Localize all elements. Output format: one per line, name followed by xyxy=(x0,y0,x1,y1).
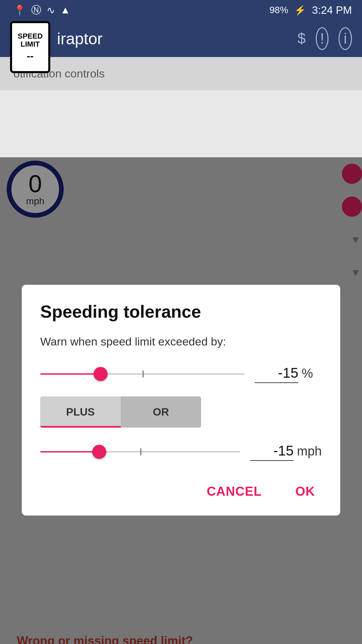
percent-slider-row: -15 % xyxy=(40,365,322,383)
dialog-subtitle: Warn when speed limit exceeded by: xyxy=(40,335,322,348)
status-time: 3:24 PM xyxy=(312,4,352,16)
slider-fill-1 xyxy=(40,373,98,375)
dollar-icon[interactable]: $ xyxy=(298,30,306,47)
status-bar: 📍 Ⓝ ∿ ▲ 98% ⚡ 3:24 PM xyxy=(0,0,362,20)
plus-toggle-button[interactable]: PLUS xyxy=(40,396,121,428)
slider-tick-1 xyxy=(142,371,144,377)
mph-slider-unit: mph xyxy=(297,444,322,459)
slider-tick-2 xyxy=(140,448,141,455)
app-title: iraptor xyxy=(57,30,291,48)
mph-slider-row: -15 mph xyxy=(40,443,322,461)
speed-limit-value: -- xyxy=(27,50,34,62)
signal-icon: ▲ xyxy=(60,4,70,16)
cancel-button[interactable]: CANCEL xyxy=(200,481,268,502)
location-icon: 📍 xyxy=(13,4,26,16)
slider-fill-2 xyxy=(40,451,96,452)
ok-button[interactable]: OK xyxy=(289,481,322,502)
nfc-icon: Ⓝ xyxy=(31,3,41,17)
sub-header: otification controls xyxy=(0,57,362,90)
dialog-title: Speeding tolerance xyxy=(40,302,322,322)
battery-percent: 98% xyxy=(269,5,288,15)
mph-slider-track[interactable] xyxy=(40,445,240,459)
dialog: Speeding tolerance Warn when speed limit… xyxy=(22,285,340,516)
speed-limit-sign: SPEEDLIMIT -- xyxy=(10,21,50,73)
slider-track-2 xyxy=(40,451,240,452)
dialog-buttons: CANCEL OK xyxy=(40,474,322,502)
toggle-container: PLUS OR xyxy=(40,396,201,428)
slider-thumb-1[interactable] xyxy=(94,367,108,381)
percent-slider-unit: % xyxy=(302,366,322,381)
app-header: SPEEDLIMIT -- iraptor $ ! i xyxy=(0,20,362,57)
percent-slider-value: -15 xyxy=(255,365,298,383)
slider-track-1 xyxy=(40,373,245,375)
or-toggle-label: OR xyxy=(153,406,169,418)
wifi-icon: ∿ xyxy=(47,4,55,16)
header-icons: $ ! i xyxy=(298,27,352,50)
slider-thumb-2[interactable] xyxy=(92,445,106,459)
plus-toggle-label: PLUS xyxy=(66,406,95,418)
speed-limit-label: SPEEDLIMIT xyxy=(18,32,43,48)
status-left-icons: 📍 Ⓝ ∿ ▲ xyxy=(10,3,263,17)
battery-icon: ⚡ xyxy=(294,5,306,16)
alert-settings-icon[interactable]: ! xyxy=(316,27,328,50)
or-toggle-button[interactable]: OR xyxy=(121,396,201,428)
mph-slider-value: -15 xyxy=(250,443,294,461)
info-icon[interactable]: i xyxy=(339,27,352,50)
percent-slider-track[interactable] xyxy=(40,367,245,381)
